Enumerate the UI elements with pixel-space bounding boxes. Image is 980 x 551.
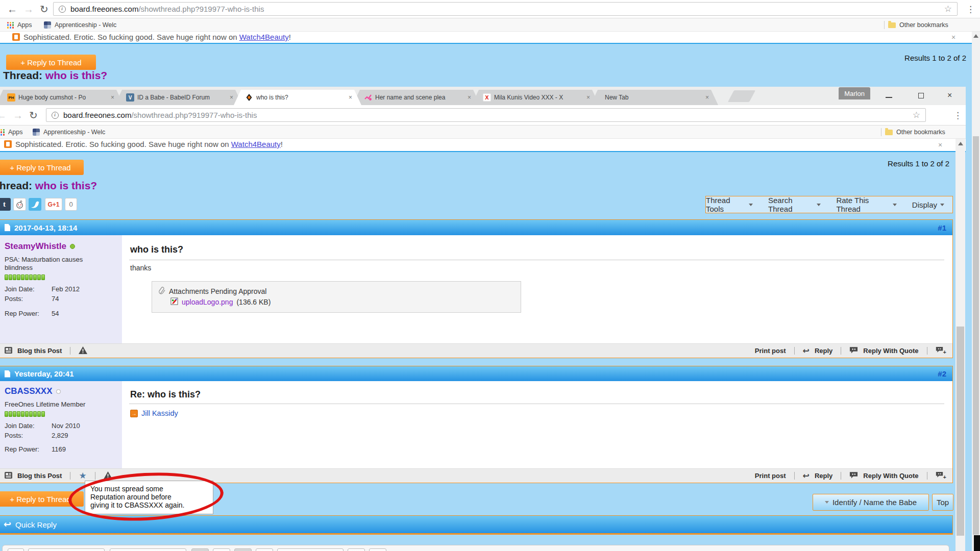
editor-button[interactable] (8, 548, 24, 551)
tab-close-icon[interactable] (586, 94, 590, 101)
minimize-icon[interactable] (886, 97, 892, 98)
display-menu[interactable]: Display (912, 201, 944, 209)
tab-huge-body-cumshot[interactable]: PH Huge body cumshot - Po (0, 90, 124, 105)
bookmark-item[interactable]: Apprenticeship - Welc (44, 18, 116, 32)
forward-icon[interactable]: → (23, 3, 34, 16)
rate-thread-menu[interactable]: Rate This Thread (836, 196, 896, 213)
tab-close-icon[interactable] (349, 94, 352, 101)
ad-close-icon[interactable] (951, 34, 955, 41)
print-post-link[interactable]: Print post (755, 347, 786, 355)
thread-tools-menu[interactable]: Thread Tools (706, 196, 753, 213)
report-icon[interactable] (79, 346, 87, 356)
tab-id-a-babe[interactable]: V ID a Babe - BabeID Forum (115, 90, 242, 105)
reply-with-quote-link[interactable]: Reply With Quote (863, 347, 918, 355)
chart-favicon (364, 93, 372, 102)
menu-dots-icon[interactable] (953, 110, 962, 121)
tab-close-icon[interactable] (111, 94, 114, 101)
editor-button[interactable] (213, 548, 230, 551)
bookmark-star-icon[interactable] (944, 4, 952, 14)
top-button[interactable]: Top (932, 494, 953, 511)
apps-shortcut[interactable]: Apps (7, 18, 32, 32)
tab-who-is-this[interactable]: who is this? (234, 90, 361, 105)
front-ad-banner[interactable]: Sophisticated. Erotic. So fucking good. … (0, 139, 966, 152)
editor-dropdown[interactable] (110, 548, 186, 551)
scrollbar-thumb[interactable] (957, 327, 964, 536)
username: CBASSXXX (5, 386, 53, 396)
tumblr-share-icon[interactable]: t (0, 198, 11, 211)
new-tab-button[interactable] (728, 90, 755, 102)
editor-button[interactable] (348, 548, 365, 551)
attachment-file-link[interactable]: uploadLogo.png (182, 298, 233, 306)
refresh-icon[interactable]: ↻ (40, 3, 48, 16)
inner-scrollbar[interactable] (955, 139, 965, 551)
editor-button[interactable] (191, 548, 209, 551)
page-info-icon[interactable] (59, 6, 66, 13)
blog-this-post-link[interactable]: Blog this Post (17, 347, 62, 355)
url-path: /showthread.php?919977-who-is-this (138, 5, 264, 13)
editor-dropdown[interactable] (277, 548, 344, 551)
divider (884, 21, 885, 29)
apps-shortcut[interactable]: Apps (0, 126, 23, 139)
ad-close-icon[interactable] (938, 141, 942, 148)
restore-icon[interactable] (918, 93, 924, 98)
window-close-icon[interactable] (947, 91, 952, 100)
print-post-link[interactable]: Print post (755, 472, 786, 480)
blog-this-post-link[interactable]: Blog this Post (17, 472, 62, 480)
username-link[interactable]: CBASSXXX (5, 386, 116, 396)
address-bar[interactable]: board.freeones.com/showthread.php?919977… (46, 108, 926, 122)
ad-link[interactable]: Watch4Beauty (231, 140, 281, 148)
menu-dots-icon[interactable] (966, 4, 975, 15)
editor-button[interactable] (234, 548, 252, 551)
reputation-star-icon[interactable] (79, 470, 86, 481)
post-number-link[interactable]: #1 (938, 223, 946, 232)
reply-link[interactable]: Reply (815, 347, 832, 355)
address-bar[interactable]: board.freeones.com/showthread.php?919977… (53, 2, 958, 16)
editor-dropdown[interactable] (28, 548, 105, 551)
back-icon[interactable]: ← (0, 109, 7, 122)
post-number-link[interactable]: #2 (938, 369, 946, 378)
reply-with-quote-link[interactable]: Reply With Quote (863, 472, 918, 480)
multi-quote-icon[interactable] (936, 346, 946, 356)
user-stats: Join Date:Feb 2012 Posts:74 (5, 285, 116, 303)
page-info-icon[interactable] (52, 112, 59, 119)
username-link[interactable]: SteamyWhistle (5, 241, 116, 252)
refresh-icon[interactable]: ↻ (29, 109, 38, 122)
profile-badge[interactable]: Marlon (839, 87, 870, 99)
multi-quote-icon[interactable] (936, 471, 946, 481)
attachments-box: Attachments Pending Approval uploadLogo.… (152, 281, 521, 313)
page-icon (5, 370, 10, 378)
reply-to-thread-button[interactable]: + Reply to Thread (0, 160, 84, 175)
babe-link[interactable]: Jill Kassidy (141, 409, 178, 417)
reply-to-thread-button[interactable]: + Reply to Thread (6, 55, 96, 70)
scroll-up-icon[interactable] (958, 142, 963, 145)
online-status-icon (70, 244, 75, 249)
rear-ad-banner[interactable]: Sophisticated. Erotic. So fucking good. … (0, 32, 972, 44)
gplus-share-icon[interactable]: G+1 (45, 198, 62, 211)
reddit-share-icon[interactable] (13, 198, 26, 211)
rep-power-value: 1169 (52, 445, 116, 453)
reply-link[interactable]: Reply (815, 472, 832, 480)
forward-icon[interactable]: → (13, 109, 23, 122)
ad-link[interactable]: Watch4Beauty (239, 33, 289, 41)
editor-button[interactable] (369, 548, 386, 551)
tab-close-icon[interactable] (230, 94, 233, 101)
tab-mila-kunis[interactable]: X Mila Kunis Video XXX - X (472, 90, 599, 105)
identify-babe-button[interactable]: Identify / Name the Babe (813, 494, 929, 511)
post-body: CBASSXXX FreeOnes Lifetime Member Join D… (0, 381, 952, 468)
outer-scrollbar[interactable] (972, 32, 980, 551)
other-bookmarks-label: Other bookmarks (896, 129, 945, 136)
tab-her-name-and-scene[interactable]: Her name and scene plea (353, 90, 480, 105)
scrollbar-thumb[interactable] (973, 136, 979, 535)
bookmark-star-icon[interactable] (913, 110, 920, 120)
tab-close-icon[interactable] (468, 94, 471, 101)
scroll-up-icon[interactable] (973, 34, 978, 38)
search-thread-menu[interactable]: Search Thread (768, 196, 821, 213)
editor-button[interactable] (256, 548, 273, 551)
twitter-share-icon[interactable] (29, 198, 41, 211)
tab-close-icon[interactable] (705, 94, 709, 101)
bookmark-item[interactable]: Apprenticeship - Welc (33, 126, 105, 139)
back-icon[interactable]: ← (7, 3, 17, 16)
other-bookmarks[interactable]: Other bookmarks (884, 18, 948, 32)
tab-new-tab[interactable]: New Tab (591, 90, 718, 105)
other-bookmarks[interactable]: Other bookmarks (881, 126, 945, 139)
